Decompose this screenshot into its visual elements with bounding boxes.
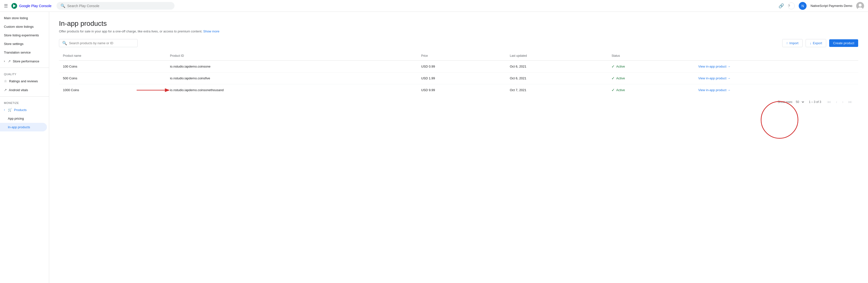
status-cell: ✓ Active — [608, 84, 694, 96]
create-product-button[interactable]: Create product — [829, 39, 858, 47]
col-product-name: Product name — [59, 51, 166, 61]
export-button[interactable]: ↓ Export — [806, 39, 826, 47]
topbar-search-input[interactable] — [67, 4, 170, 8]
rows-per-page-select[interactable]: 50 10 25 100 — [795, 100, 805, 104]
star-icon: ☆ — [4, 79, 7, 83]
products-table: Product name Product ID Price Last updat… — [59, 51, 858, 96]
sidebar-item-ratings-reviews[interactable]: ☆ Ratings and reviews — [0, 77, 47, 86]
sidebar-item-label: Translation service — [4, 51, 31, 54]
table-row: 100 Coins io.nstudio.iapdemo.coinsone US… — [59, 61, 858, 72]
pagination: Show rows: 50 10 25 100 1 – 3 of 3 ⏮ ‹ ›… — [59, 96, 858, 108]
price-cell: USD 1.99 — [417, 72, 506, 84]
topbar-search: 🔍 — [57, 2, 175, 9]
status-label: Active — [616, 88, 625, 92]
first-page-button[interactable]: ⏮ — [825, 99, 833, 105]
chevron-icon: › — [4, 108, 5, 112]
sidebar-item-label: Main store listing — [4, 16, 28, 20]
export-icon: ↓ — [810, 41, 811, 45]
view-link-cell: View in-app product → — [694, 72, 858, 84]
sidebar-item-label: Store performance — [13, 59, 39, 63]
price-cell: USD 0.99 — [417, 61, 506, 72]
active-status-icon: ✓ — [612, 76, 615, 81]
show-rows-label: Show rows: — [778, 100, 793, 104]
product-name-cell: 100 Coins — [59, 61, 166, 72]
product-name-cell: 500 Coins — [59, 72, 166, 84]
product-id-cell: io.nstudio.iapdemo.coinsonethousand — [166, 84, 417, 96]
user-avatar[interactable] — [856, 2, 864, 10]
sidebar-item-store-settings[interactable]: Store settings — [0, 39, 47, 48]
sidebar-divider-monetize — [0, 96, 49, 97]
import-icon: ↑ — [786, 41, 788, 45]
product-id-cell: io.nstudio.iapdemo.coinsone — [166, 61, 417, 72]
sidebar-item-app-pricing[interactable]: App pricing — [0, 114, 47, 123]
topbar-logo[interactable]: Google Play Console — [11, 2, 52, 9]
col-product-id: Product ID — [166, 51, 417, 61]
topbar: ☰ Google Play Console 🔍 🔗 ? N NativeScri… — [0, 0, 868, 12]
svg-point-1 — [859, 4, 862, 7]
sidebar-item-label: In-app products — [8, 125, 30, 129]
layout: Main store listing Custom store listings… — [0, 12, 868, 283]
view-link-cell: View in-app product → — [694, 61, 858, 72]
last-updated-cell: Oct 7, 2021 — [506, 84, 608, 96]
status-cell: ✓ Active — [608, 61, 694, 72]
last-updated-cell: Oct 6, 2021 — [506, 61, 608, 72]
col-last-updated: Last updated — [506, 51, 608, 61]
menu-button[interactable]: ☰ — [4, 3, 8, 9]
menu-icon: ☰ — [4, 3, 8, 9]
status-label: Active — [616, 65, 625, 68]
monetize-section-label: Monetize — [0, 98, 49, 105]
pagination-rows-per-page: Show rows: 50 10 25 100 — [778, 100, 805, 104]
topbar-search-icon: 🔍 — [60, 3, 65, 8]
status-label: Active — [616, 76, 625, 80]
sidebar-item-label: Products — [14, 108, 27, 112]
sidebar-item-label: Ratings and reviews — [9, 80, 38, 83]
sidebar-item-store-performance[interactable]: › ↗ Store performance — [0, 57, 47, 66]
cart-icon: 🛒 — [8, 108, 12, 112]
page-title: In-app products — [59, 20, 858, 28]
sidebar-item-label: Store settings — [4, 42, 24, 46]
status-cell: ✓ Active — [608, 72, 694, 84]
search-icon: 🔍 — [62, 41, 67, 45]
sidebar-item-in-app-products[interactable]: In-app products — [0, 123, 47, 131]
sidebar-item-android-vitals[interactable]: ↗ Android vitals — [0, 86, 47, 94]
product-search-input[interactable] — [69, 41, 134, 45]
active-status-icon: ✓ — [612, 64, 615, 69]
last-page-button[interactable]: ⏭ — [846, 99, 854, 105]
sidebar-item-main-store-listing[interactable]: Main store listing — [0, 14, 47, 22]
price-cell: USD 9.99 — [417, 84, 506, 96]
topbar-actions: 🔗 ? N NativeScript Payments Demo — [779, 2, 864, 10]
show-more-link[interactable]: Show more — [203, 30, 219, 33]
help-button[interactable]: ? — [788, 2, 795, 9]
active-status-icon: ✓ — [612, 88, 615, 92]
last-updated-cell: Oct 6, 2021 — [506, 72, 608, 84]
next-page-button[interactable]: › — [840, 99, 845, 105]
app-name: NativeScript Payments Demo — [810, 4, 852, 8]
vitals-icon: ↗ — [4, 88, 7, 92]
sidebar-item-products[interactable]: › 🛒 Products — [0, 105, 47, 114]
view-product-link[interactable]: View in-app product → — [698, 88, 854, 92]
prev-page-button[interactable]: ‹ — [834, 99, 839, 105]
import-button[interactable]: ↑ Import — [782, 39, 803, 47]
link-button[interactable]: 🔗 — [779, 3, 784, 9]
view-product-link[interactable]: View in-app product → — [698, 76, 854, 80]
app-avatar[interactable]: N — [799, 2, 807, 10]
main-content: In-app products Offer products for sale … — [49, 12, 868, 283]
sidebar-item-custom-store-listings[interactable]: Custom store listings — [0, 22, 47, 31]
sidebar-item-label: Android vitals — [9, 88, 28, 92]
chevron-icon: › — [4, 59, 5, 63]
view-product-link[interactable]: View in-app product → — [698, 65, 854, 68]
view-link-cell: View in-app product → — [694, 84, 858, 96]
col-status: Status — [608, 51, 694, 61]
col-price: Price — [417, 51, 506, 61]
pagination-nav: ⏮ ‹ › ⏭ — [825, 99, 854, 105]
topbar-logo-text: Google Play Console — [19, 4, 52, 8]
sidebar-item-store-listing-experiments[interactable]: Store listing experiments — [0, 31, 47, 39]
products-table-container: Product name Product ID Price Last updat… — [59, 51, 858, 108]
play-logo-icon — [11, 2, 18, 9]
sidebar-item-translation-service[interactable]: Translation service — [0, 48, 47, 57]
sidebar-item-label: App pricing — [8, 117, 24, 120]
pagination-range: 1 – 3 of 3 — [809, 100, 821, 104]
table-body: 100 Coins io.nstudio.iapdemo.coinsone US… — [59, 61, 858, 96]
table-toolbar: 🔍 ↑ Import ↓ Export Create product — [59, 39, 858, 47]
link-icon: 🔗 — [779, 3, 784, 9]
